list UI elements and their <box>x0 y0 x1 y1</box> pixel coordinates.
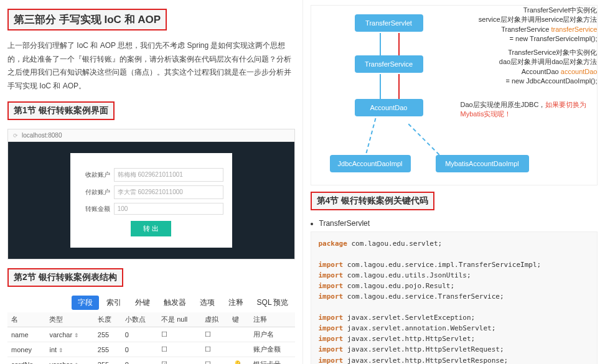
cell: varchar ⇕ <box>45 357 93 364</box>
tab-comment[interactable]: 注释 <box>222 296 250 310</box>
note2: TransferService对象中实例化 dao层对象并调用dao层对象方法 … <box>436 48 598 86</box>
tab-sql[interactable]: SQL 预览 <box>251 296 295 310</box>
cell: ☐ <box>201 327 228 342</box>
sec2-heading: 第2节 银行转账案例表结构 <box>7 268 123 287</box>
cell: cardNo <box>7 357 45 364</box>
cell: ☑ <box>157 357 201 364</box>
th-dec: 小数点 <box>121 312 157 327</box>
db-tabs: 字段 索引 外键 触发器 选项 注释 SQL 预览 <box>7 296 295 310</box>
cell <box>228 342 250 357</box>
arrow <box>380 33 381 55</box>
updown-icon: ⇕ <box>59 347 63 353</box>
input-amount[interactable]: 100 <box>114 203 223 215</box>
box-dao: AccountDao <box>355 99 423 116</box>
th-comment: 注释 <box>250 312 295 327</box>
label-amount: 转账金额 <box>79 205 114 213</box>
transfer-button[interactable]: 转 出 <box>131 221 171 236</box>
table-row: cardNo varchar ⇕ 255 0 ☑☐ 🔑 银行卡号 <box>7 357 295 364</box>
input-payer[interactable]: 李大雷 6029621011000 <box>114 185 223 199</box>
th-null: 不是 null <box>157 312 201 327</box>
arrow <box>365 118 376 154</box>
bullet-servlet: TransferServlet <box>319 219 598 228</box>
cell: 账户金额 <box>250 342 295 357</box>
cell: ☐ <box>201 357 228 364</box>
table-row: money int ⇕ 255 0 ☐☐ 账户金额 <box>7 342 295 357</box>
tab-fk[interactable]: 外键 <box>129 296 156 310</box>
cell: 银行卡号 <box>250 357 295 364</box>
box-servlet: TransferServlet <box>355 14 423 32</box>
cell <box>228 327 250 342</box>
cell: int ⇕ <box>45 342 93 357</box>
reload-icon: ⟳ <box>13 133 18 139</box>
cell: 用户名 <box>250 327 295 342</box>
th-virtual: 虚拟 <box>201 312 228 327</box>
call-diagram: TransferServlet TransferService AccountD… <box>311 5 598 185</box>
cell: money <box>7 342 45 357</box>
th-key: 键 <box>228 312 250 327</box>
arrow <box>398 33 400 55</box>
cell: varchar ⇕ <box>45 327 93 342</box>
transfer-form: 收款账户 韩梅梅 6029621011001 付款账户 李大雷 60296210… <box>70 153 232 248</box>
sec1-heading: 第1节 银行转账案例界面 <box>7 101 115 120</box>
cell: 0 <box>121 342 157 357</box>
cell: ☐ <box>157 327 201 342</box>
cell: 255 <box>94 357 121 364</box>
box-mybatis: MybatisAccountDaoImpl <box>436 155 529 172</box>
arrow <box>408 124 439 156</box>
arrow <box>380 74 381 99</box>
url-text: localhost:8080 <box>22 132 62 139</box>
note1: TransferServlet中实例化 service层对象并调用service… <box>436 6 598 44</box>
th-len: 长度 <box>94 312 121 327</box>
tab-options[interactable]: 选项 <box>194 296 221 310</box>
schema-table: 名 类型 长度 小数点 不是 null 虚拟 键 注释 name varchar… <box>7 312 295 364</box>
intro-text: 上一部分我们理解了 IoC 和 AOP 思想，我们先不考虑 Spring 是如何… <box>7 39 295 93</box>
box-jdbc: JdbcAccountDaoImpl <box>330 155 411 172</box>
cell: ☐ <box>157 342 201 357</box>
cell: name <box>7 327 45 342</box>
part3-heading: 第三部分 手写实现 IoC 和 AOP <box>7 9 167 30</box>
box-service: TransferService <box>355 55 423 73</box>
cell: ☐ <box>201 342 228 357</box>
label-payer: 付款账户 <box>79 188 114 197</box>
cell: 0 <box>121 357 157 364</box>
key-icon: 🔑 <box>228 357 250 364</box>
cell: 0 <box>121 327 157 342</box>
input-payee[interactable]: 韩梅梅 6029621011001 <box>114 168 223 182</box>
cell: 255 <box>94 327 121 342</box>
tab-trigger[interactable]: 触发器 <box>157 296 192 310</box>
tab-index[interactable]: 索引 <box>100 296 128 310</box>
label-payee: 收款账户 <box>79 170 114 179</box>
table-row: name varchar ⇕ 255 0 ☐☐ 用户名 <box>7 327 295 342</box>
updown-icon: ⇕ <box>74 332 79 338</box>
sec4-heading: 第4节 银行转账案例关键代码 <box>311 192 435 210</box>
th-type: 类型 <box>45 312 93 327</box>
tab-fields[interactable]: 字段 <box>72 296 99 310</box>
code-block: package com.lagou.edu.servlet; import co… <box>311 231 598 364</box>
cell: 255 <box>94 342 121 357</box>
note3: Dao层实现使用原生JDBC，如果要切换为Mybatis实现呢！ <box>461 100 598 119</box>
arrow <box>398 74 400 99</box>
th-name: 名 <box>7 312 45 327</box>
browser-mockup: ⟳ localhost:8080 收款账户 韩梅梅 6029621011001 … <box>7 129 295 259</box>
browser-addressbar: ⟳ localhost:8080 <box>8 129 294 142</box>
